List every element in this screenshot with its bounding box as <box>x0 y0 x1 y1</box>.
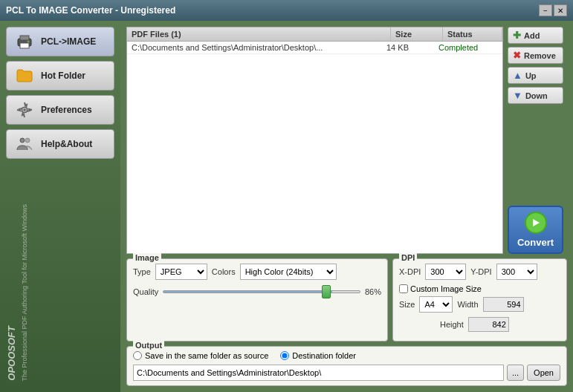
width-label: Width <box>457 300 478 309</box>
file-name: C:\Documents and Settings\Administrator\… <box>132 43 386 52</box>
title-bar: PCL To IMAGE Converter - Unregistered − … <box>0 0 573 21</box>
file-panel: PDF Files (1) Size Status C:\Documents a… <box>126 27 567 254</box>
down-icon: ▼ <box>513 90 522 101</box>
size-row: Size A4 A3 Letter Width 594 <box>399 296 560 313</box>
minimize-button[interactable]: − <box>539 4 552 16</box>
table-row[interactable]: C:\Documents and Settings\Administrator\… <box>127 42 502 54</box>
width-input[interactable]: 594 <box>483 297 524 312</box>
image-panel-title: Image <box>133 253 161 262</box>
dpi-row: X-DPI 72 96 150 200 300 600 Y-DPI 72 96 … <box>399 264 560 280</box>
file-list-container: PDF Files (1) Size Status C:\Documents a… <box>126 27 503 254</box>
dpi-panel: DPI X-DPI 72 96 150 200 300 600 Y-DPI 72 <box>392 258 567 342</box>
up-icon: ▲ <box>513 70 522 81</box>
y-dpi-label: Y-DPI <box>470 267 491 276</box>
sidebar-item-preferences[interactable]: Preferences <box>6 95 114 125</box>
dpi-panel-title: DPI <box>399 253 417 262</box>
size-label: Size <box>399 300 415 309</box>
printer-icon <box>14 31 35 52</box>
file-size: 14 KB <box>386 43 438 52</box>
sidebar-label-preferences: Preferences <box>41 105 92 115</box>
quality-row: Quality 86% <box>133 284 381 299</box>
col-name: PDF Files (1) <box>127 27 391 41</box>
sidebar-label-hot-folder: Hot Folder <box>41 71 85 81</box>
window-title: PCL To IMAGE Converter - Unregistered <box>6 5 175 16</box>
convert-button[interactable]: Convert <box>508 206 563 254</box>
play-icon <box>525 212 547 234</box>
window-controls: − ✕ <box>539 4 567 16</box>
custom-size-checkbox[interactable] <box>399 284 408 293</box>
y-dpi-select[interactable]: 72 96 150 200 300 600 <box>496 264 537 280</box>
same-folder-label[interactable]: Save in the same folder as source <box>133 351 268 360</box>
people-icon <box>14 134 35 154</box>
remove-icon: ✖ <box>513 50 521 61</box>
dest-folder-radio[interactable] <box>280 351 289 360</box>
sidebar-tagline: The Professional PDF Authoring Tool for … <box>21 204 28 381</box>
file-status: Completed <box>438 43 498 52</box>
col-size: Size <box>391 27 443 41</box>
right-buttons: ✚ Add ✖ Remove ▲ Up ▼ Down <box>508 27 567 254</box>
sidebar-label-help-about: Help&About <box>41 139 92 149</box>
type-row: Type JPEG PNG BMP TIFF Colors High Color… <box>133 264 381 280</box>
svg-point-7 <box>20 138 25 143</box>
convert-label: Convert <box>517 237 554 248</box>
type-label: Type <box>133 267 151 276</box>
sidebar: PCL->IMAGE Hot Folder Preferences <box>0 21 120 392</box>
sidebar-item-hot-folder[interactable]: Hot Folder <box>6 61 114 91</box>
folder-icon <box>14 65 35 86</box>
main-container: PCL->IMAGE Hot Folder Preferences <box>0 21 573 392</box>
quality-value: 86% <box>365 287 381 296</box>
brand-text: OPOOSOFT <box>6 326 17 381</box>
dest-folder-label[interactable]: Destination folder <box>280 351 356 360</box>
custom-size-checkbox-label[interactable]: Custom Image Size <box>399 284 482 293</box>
sidebar-item-pcl-image[interactable]: PCL->IMAGE <box>6 27 114 56</box>
remove-button[interactable]: ✖ Remove <box>508 47 563 64</box>
image-panel: Image Type JPEG PNG BMP TIFF Colors High… <box>126 258 388 342</box>
add-button[interactable]: ✚ Add <box>508 27 563 44</box>
sidebar-item-help-about[interactable]: Help&About <box>6 129 114 159</box>
quality-label: Quality <box>133 287 158 296</box>
output-path-row: ... Open <box>133 365 560 381</box>
colors-select[interactable]: High Color (24bits) True Color (32bits) … <box>240 264 337 280</box>
gear-icon <box>14 99 35 120</box>
bottom-row: Image Type JPEG PNG BMP TIFF Colors High… <box>126 258 567 342</box>
open-button[interactable]: Open <box>527 365 560 381</box>
custom-size-label: Custom Image Size <box>410 284 482 293</box>
quality-slider-container[interactable] <box>163 284 360 299</box>
custom-size-row: Custom Image Size <box>399 284 560 293</box>
same-folder-radio[interactable] <box>133 351 142 360</box>
up-button[interactable]: ▲ Up <box>508 67 563 84</box>
content-area: PDF Files (1) Size Status C:\Documents a… <box>120 21 573 392</box>
close-button[interactable]: ✕ <box>554 4 567 16</box>
browse-button[interactable]: ... <box>507 365 524 381</box>
height-label: Height <box>440 320 464 329</box>
col-status: Status <box>443 27 502 41</box>
quality-track <box>163 290 360 293</box>
colors-label: Colors <box>212 267 236 276</box>
height-input[interactable]: 842 <box>468 317 509 332</box>
x-dpi-select[interactable]: 72 96 150 200 300 600 <box>425 264 466 280</box>
down-button[interactable]: ▼ Down <box>508 87 563 104</box>
file-list-header: PDF Files (1) Size Status <box>127 27 502 42</box>
svg-rect-2 <box>20 43 29 48</box>
x-dpi-label: X-DPI <box>399 267 421 276</box>
file-list-body: C:\Documents and Settings\Administrator\… <box>127 42 502 249</box>
svg-point-3 <box>27 41 30 43</box>
size-select[interactable]: A4 A3 Letter <box>419 296 453 313</box>
output-path-input[interactable] <box>133 365 504 381</box>
radio-row: Save in the same folder as source Destin… <box>133 351 560 360</box>
svg-rect-1 <box>20 36 29 40</box>
output-panel-title: Output <box>133 341 164 350</box>
svg-point-6 <box>24 109 26 111</box>
add-icon: ✚ <box>513 30 521 41</box>
sidebar-label-pcl-image: PCL->IMAGE <box>41 36 96 47</box>
height-row: Height 842 <box>440 317 560 332</box>
type-select[interactable]: JPEG PNG BMP TIFF <box>155 264 207 280</box>
svg-marker-9 <box>533 219 540 226</box>
output-panel: Output Save in the same folder as source… <box>126 346 567 386</box>
quality-thumb[interactable] <box>322 285 331 298</box>
svg-point-8 <box>25 138 30 143</box>
